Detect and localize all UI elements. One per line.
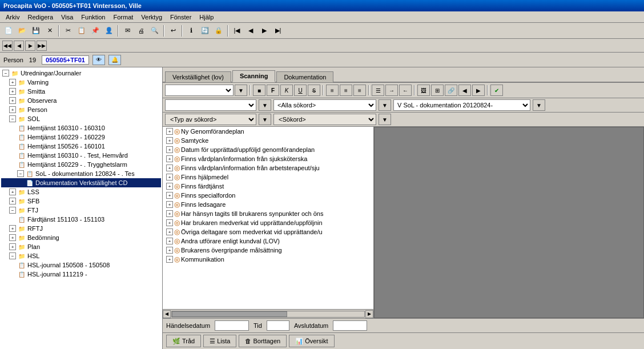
- toggle-sol-dok[interactable]: −: [17, 170, 24, 177]
- toolbar-nav-first[interactable]: |◀: [231, 25, 243, 37]
- toolbar-open[interactable]: 📂: [16, 25, 29, 37]
- tid-input[interactable]: [267, 320, 289, 331]
- scan-toggle[interactable]: +: [166, 192, 173, 199]
- tab-scanning[interactable]: Scanning: [232, 70, 276, 82]
- menu-visa[interactable]: Visa: [58, 13, 77, 22]
- scan-node-kommunikation[interactable]: + ◎ Kommunikation: [163, 255, 373, 264]
- tree-node-person[interactable]: + 📁 Person: [1, 105, 161, 114]
- ct-image[interactable]: 🖼: [417, 85, 430, 96]
- menu-format[interactable]: Format: [110, 13, 137, 22]
- ct-dropdown-btn[interactable]: ▼: [235, 85, 247, 96]
- tree-node-hemtjanst4[interactable]: 📋 Hemtjänst 160310 - . Test, Hemvård: [1, 151, 161, 160]
- scan-node-andra-utforare[interactable]: + ◎ Andra utförare enligt kundval (LOV): [163, 236, 373, 246]
- ct-strikethrough[interactable]: S̶: [308, 85, 320, 96]
- scan-toggle[interactable]: +: [166, 256, 173, 263]
- nav2-btn2[interactable]: ◀: [14, 41, 24, 51]
- tree-node-plan[interactable]: + 📁 Plan: [1, 242, 161, 251]
- tree-node-hemtjanst5[interactable]: 📋 Hemtjänst 160229 - . Trygghetslarm: [1, 160, 161, 169]
- menu-fonster[interactable]: Fönster: [167, 13, 195, 22]
- ct-font-f[interactable]: F: [267, 85, 279, 96]
- scan-node-medverkat[interactable]: + ◎ Har brukaren medverkat vid upprättan…: [163, 218, 373, 227]
- tree-node-lss[interactable]: + 📁 LSS: [1, 187, 161, 196]
- scan-toggle[interactable]: +: [166, 219, 173, 226]
- toggle-plan[interactable]: +: [9, 243, 16, 250]
- menu-hjalp[interactable]: Hjälp: [196, 13, 217, 22]
- nav2-btn4[interactable]: ▶▶: [37, 41, 47, 51]
- tree-node-utredningar[interactable]: − 📁 Utredningar/Journaler: [1, 69, 161, 78]
- toolbar-print[interactable]: 🖨: [135, 25, 147, 37]
- scan-node-ovriga[interactable]: + ◎ Övriga deltagare som medverkat vid u…: [163, 227, 373, 236]
- scan-node-ledsagare[interactable]: + ◎ Finns ledsagare: [163, 200, 373, 209]
- scan-node-samtycke[interactable]: + ◎ Samtycke: [163, 136, 373, 145]
- nav2-btn3[interactable]: ▶: [25, 41, 35, 51]
- filter-select1[interactable]: [165, 99, 256, 111]
- toolbar-preview[interactable]: 🔍: [148, 25, 161, 37]
- toolbar-nav-next[interactable]: ▶: [258, 25, 271, 37]
- toolbar-close[interactable]: ✕: [43, 25, 56, 37]
- menu-funktion[interactable]: Funktion: [78, 13, 108, 22]
- search-type-dropdown[interactable]: ▼: [259, 114, 271, 125]
- ct-outdent[interactable]: ←: [399, 85, 412, 96]
- toolbar-nav-last[interactable]: ▶|: [272, 25, 284, 37]
- toolbar-refresh[interactable]: 🔄: [199, 25, 211, 37]
- person-notify-btn[interactable]: 🔔: [108, 55, 121, 65]
- avslutdat-input[interactable]: [333, 320, 367, 331]
- tree-node-fardtjanst[interactable]: 📋 Färdtjänst 151103 - 151103: [1, 215, 161, 224]
- toolbar-new[interactable]: 📄: [2, 25, 15, 37]
- tree-node-hemtjanst1[interactable]: 📋 Hemtjänst 160310 - 160310: [1, 123, 161, 133]
- toggle-observera[interactable]: +: [9, 97, 16, 104]
- scan-toggle[interactable]: +: [166, 247, 173, 254]
- tab-dokumentation[interactable]: Dokumentation: [276, 71, 333, 82]
- tree-node-bedomning[interactable]: + 📁 Bedömning: [1, 233, 161, 242]
- scrollbar-track[interactable]: [171, 311, 365, 318]
- filter-dropdown3[interactable]: ▼: [533, 99, 545, 111]
- toggle-smitta[interactable]: +: [9, 88, 16, 95]
- filter-dropdown1[interactable]: ▼: [259, 99, 271, 111]
- tree-node-hemtjanst3[interactable]: 📋 Hemtjänst 150526 - 160101: [1, 142, 161, 151]
- oversikt-btn[interactable]: 📊 Översikt: [289, 335, 334, 347]
- tree-node-sol-dok[interactable]: − 📋 SoL - dokumentation 120824 - . Tes: [1, 169, 161, 178]
- scan-toggle[interactable]: +: [166, 137, 173, 144]
- scan-toggle[interactable]: +: [166, 238, 173, 244]
- scan-toggle[interactable]: +: [166, 128, 173, 135]
- toolbar-undo[interactable]: ↩: [167, 25, 179, 37]
- scan-node-specialfordon[interactable]: + ◎ Finns specialfordon: [163, 191, 373, 200]
- lista-btn[interactable]: ☰ Lista: [203, 335, 236, 347]
- scan-node-hansyn[interactable]: + ◎ Har hänsyn tagits till brukarens syn…: [163, 209, 373, 218]
- format-select[interactable]: [165, 85, 234, 96]
- ct-more2[interactable]: ▶: [472, 85, 485, 96]
- toggle-sfb[interactable]: +: [9, 198, 16, 204]
- scan-toggle[interactable]: +: [166, 174, 173, 180]
- toolbar-save[interactable]: 💾: [30, 25, 42, 37]
- scan-node-ny-genomforandeplan[interactable]: + ◎ Ny Genomförandeplan: [163, 127, 373, 136]
- ct-more1[interactable]: ◀: [458, 85, 471, 96]
- scan-toggle[interactable]: +: [166, 210, 173, 217]
- toolbar-lock[interactable]: 🔒: [212, 25, 225, 37]
- tab-verkstallighet[interactable]: Verkställighet (lov): [165, 71, 231, 82]
- handelsedat-input[interactable]: [215, 320, 249, 331]
- search-sokord-dropdown[interactable]: ▼: [379, 114, 391, 125]
- toggle-varning[interactable]: +: [9, 79, 16, 86]
- ct-list[interactable]: ☰: [372, 85, 384, 96]
- ct-italic-k[interactable]: K: [280, 85, 293, 96]
- tree-node-rftj[interactable]: + 📁 RFTJ: [1, 224, 161, 233]
- tree-node-hemtjanst2[interactable]: 📋 Hemtjänst 160229 - 160229: [1, 133, 161, 142]
- horizontal-scrollbar[interactable]: ◀ ▶: [163, 309, 373, 318]
- filter-select-keywords[interactable]: <Alla sökord>: [273, 99, 376, 111]
- search-sokord-select[interactable]: <Sökord>: [273, 114, 376, 125]
- trad-btn[interactable]: 🌿 Tråd: [166, 335, 201, 347]
- ct-align-center[interactable]: ≡: [340, 85, 352, 96]
- toolbar-paste[interactable]: 📌: [89, 25, 102, 37]
- scroll-left-btn[interactable]: ◀: [163, 310, 171, 318]
- scan-node-vardplan2[interactable]: + ◎ Finns vårdplan/information från arbe…: [163, 163, 373, 173]
- nav2-btn1[interactable]: ◀◀: [2, 41, 13, 51]
- scan-node-malsa[interactable]: + ◎ Brukarens övergripande målsättning: [163, 246, 373, 255]
- tree-node-hsl[interactable]: − 📁 HSL: [1, 251, 161, 260]
- menu-verktyg[interactable]: Verktyg: [138, 13, 166, 22]
- toggle-utredningar[interactable]: −: [2, 70, 9, 77]
- tree-node-observera[interactable]: + 📁 Observera: [1, 96, 161, 105]
- scroll-right-btn[interactable]: ▶: [365, 310, 373, 318]
- toggle-person[interactable]: +: [9, 106, 16, 113]
- tree-node-sfb[interactable]: + 📁 SFB: [1, 196, 161, 206]
- menu-arkiv[interactable]: Arkiv: [2, 13, 23, 22]
